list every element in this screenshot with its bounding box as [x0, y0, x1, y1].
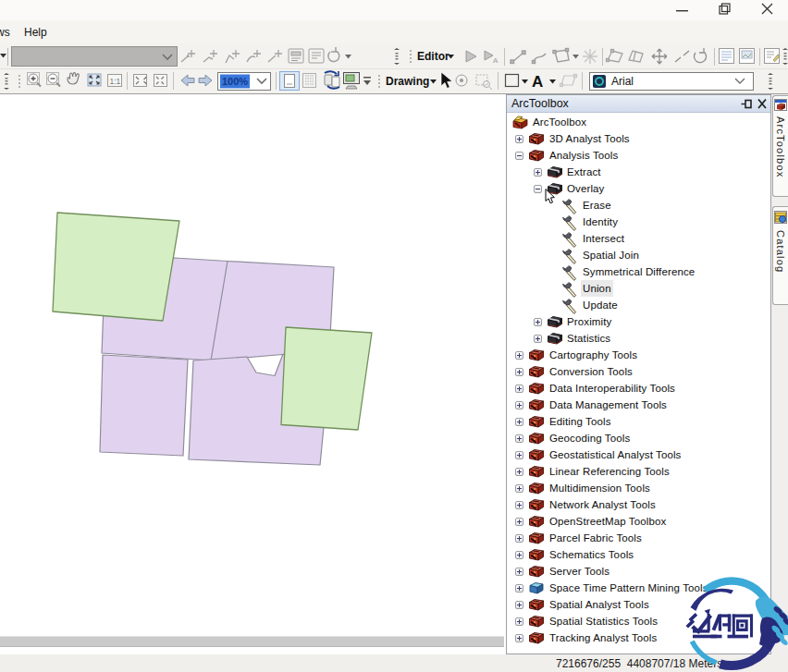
- svg-text:A: A: [532, 73, 543, 91]
- svg-text:A: A: [493, 56, 499, 65]
- svg-text:Editor: Editor: [417, 50, 449, 63]
- svg-text:1:1: 1:1: [110, 77, 121, 86]
- svg-text:100%: 100%: [222, 76, 248, 87]
- svg-text:Drawing: Drawing: [386, 75, 429, 88]
- svg-text:Arial: Arial: [611, 75, 634, 88]
